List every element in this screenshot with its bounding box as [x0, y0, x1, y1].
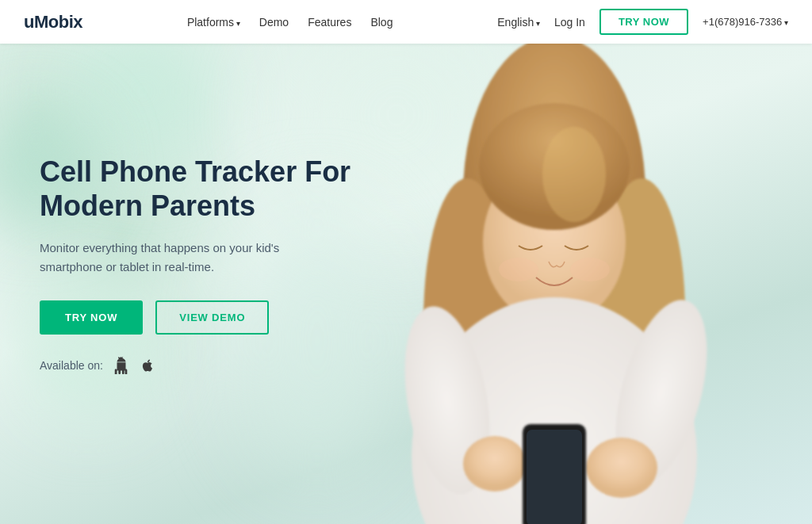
svg-point-12	[586, 438, 657, 498]
svg-point-7	[570, 258, 610, 281]
hero-view-demo-button[interactable]: VIEW DEMO	[155, 300, 269, 335]
nav-blog[interactable]: Blog	[370, 16, 393, 29]
svg-rect-14	[527, 430, 582, 524]
nav-links: Platforms Demo Features Blog	[187, 16, 393, 29]
hero-try-now-button[interactable]: TRY NOW	[40, 300, 143, 335]
svg-point-15	[542, 127, 606, 222]
android-icon	[113, 357, 130, 374]
nav-right: English Log In TRY NOW +1(678)916-7336	[497, 9, 788, 35]
hero-title: Cell Phone Tracker For Modern Parents	[40, 155, 373, 223]
hero-buttons: TRY NOW VIEW DEMO	[40, 300, 373, 335]
login-link[interactable]: Log In	[554, 16, 585, 29]
navbar: uMobix Platforms Demo Features Blog Engl…	[0, 0, 812, 44]
phone-number[interactable]: +1(678)916-7336	[703, 16, 788, 28]
nav-features[interactable]: Features	[308, 16, 351, 29]
hero-person-image	[352, 44, 749, 524]
logo[interactable]: uMobix	[24, 12, 82, 33]
hero-subtitle: Monitor everything that happens on your …	[40, 239, 309, 277]
language-selector[interactable]: English	[497, 16, 540, 29]
available-platforms: Available on:	[40, 357, 373, 374]
svg-point-6	[499, 258, 538, 281]
nav-demo[interactable]: Demo	[259, 16, 289, 29]
svg-point-11	[463, 436, 527, 491]
logo-text: uMobix	[24, 12, 82, 32]
apple-icon	[140, 357, 155, 374]
available-label: Available on:	[40, 359, 103, 372]
hero-section: Cell Phone Tracker For Modern Parents Mo…	[0, 44, 812, 524]
nav-try-now-button[interactable]: TRY NOW	[599, 9, 688, 35]
hero-content: Cell Phone Tracker For Modern Parents Mo…	[40, 155, 373, 374]
person-svg	[352, 44, 749, 524]
nav-platforms[interactable]: Platforms	[187, 16, 240, 29]
